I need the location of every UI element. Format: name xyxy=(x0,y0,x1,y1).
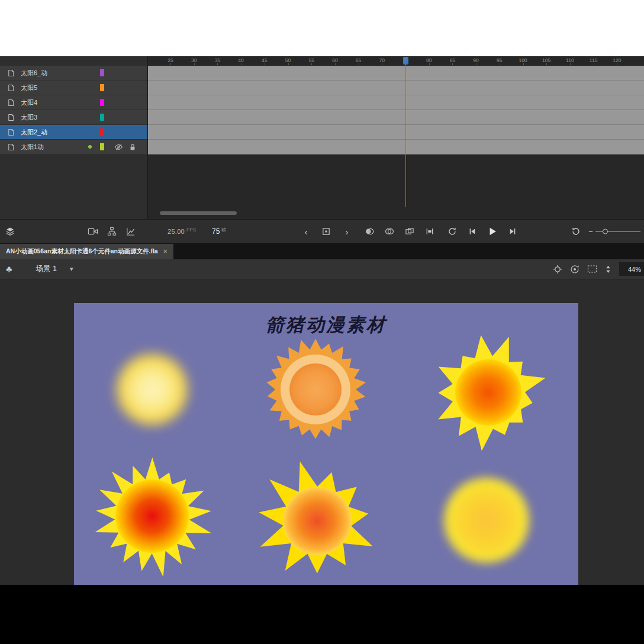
frame-row-太阳1动[interactable] xyxy=(148,140,644,154)
ruler-tick-mark xyxy=(311,63,312,65)
stage-title-text[interactable]: 箭猪动漫素材 xyxy=(74,313,578,337)
layers-stack-icon[interactable] xyxy=(5,227,15,236)
ruler-tick-mark xyxy=(452,63,453,65)
layer-row-太阳2_动[interactable]: 太阳2_动 xyxy=(0,125,147,140)
layer-hidden-eye-icon[interactable] xyxy=(114,143,123,152)
layer-row-太阳6_动[interactable]: 太阳6_动 xyxy=(0,66,147,80)
zoom-level-input[interactable]: 44% xyxy=(619,262,644,276)
playhead-line[interactable] xyxy=(405,57,406,207)
clip-content-icon[interactable] xyxy=(587,265,597,273)
rotation-tool-icon[interactable] xyxy=(570,265,579,274)
frame-row-太阳4[interactable] xyxy=(148,95,644,110)
layer-outline-color-swatch[interactable] xyxy=(100,143,104,150)
edit-multiple-frames-icon[interactable] xyxy=(405,227,414,236)
sun-big-triangle-spikes[interactable] xyxy=(259,462,373,574)
layer-row-太阳4[interactable]: 太阳4 xyxy=(0,95,147,110)
timeline-zoom-knob[interactable] xyxy=(603,229,608,234)
layer-outline-color-swatch[interactable] xyxy=(100,69,104,76)
ruler-tick-mark xyxy=(500,63,500,65)
hscrollbar-thumb[interactable] xyxy=(160,211,237,215)
ruler-tick-label: 45 xyxy=(262,57,267,63)
frame-rows[interactable] xyxy=(148,66,644,154)
layer-name[interactable]: 太阳1动 xyxy=(21,143,44,152)
layer-name[interactable]: 太阳3 xyxy=(21,113,37,122)
ruler-tick-mark xyxy=(594,63,594,65)
scene-dropdown-chevron[interactable]: ▾ xyxy=(70,265,73,273)
zoom-stepper-icon[interactable] xyxy=(605,265,611,274)
sun-soft-orange-glow[interactable] xyxy=(444,478,529,563)
frame-row-太阳2_动[interactable] xyxy=(148,125,644,140)
onion-skin-outlines-icon[interactable] xyxy=(385,227,394,236)
playhead-head[interactable] xyxy=(403,57,408,65)
loop-playback-icon[interactable] xyxy=(447,227,457,236)
frame-rate[interactable]: 25.00 FPS xyxy=(168,228,197,235)
center-stage-icon[interactable] xyxy=(553,265,562,274)
zoom-level-value: 44% xyxy=(628,266,641,273)
ruler-tick-label: 110 xyxy=(566,57,574,63)
stage-canvas[interactable]: 箭猪动漫素材 xyxy=(74,303,578,585)
ruler-tick-mark xyxy=(546,63,547,65)
frame-row-太阳3[interactable] xyxy=(148,110,644,125)
sun-core xyxy=(115,479,189,553)
empty-top-area xyxy=(0,0,644,56)
frame-row-太阳5[interactable] xyxy=(148,80,644,95)
ruler-tick-label: 40 xyxy=(238,57,243,63)
layer-parenting-icon[interactable] xyxy=(108,227,117,236)
play-button[interactable] xyxy=(488,227,498,237)
scene-breadcrumb[interactable]: 场景 1 xyxy=(36,264,57,274)
layer-outline-color-swatch[interactable] xyxy=(100,128,104,136)
onion-skin-icon[interactable] xyxy=(365,227,374,236)
document-tab[interactable]: AN小动画056an素材太阳卡通6个元件an动画源文件.fla × xyxy=(0,244,174,259)
layer-row-太阳5[interactable]: 太阳5 xyxy=(0,80,147,95)
layer-name[interactable]: 太阳5 xyxy=(21,83,37,92)
graph-editor-icon[interactable] xyxy=(127,227,136,236)
ruler-tick-label: 95 xyxy=(497,57,502,63)
sun-red-core-many-spikes[interactable] xyxy=(95,458,212,577)
ruler-tick-label: 80 xyxy=(426,57,432,63)
modify-markers-icon[interactable] xyxy=(426,227,434,236)
edit-bar-right-tools: 44% xyxy=(553,259,644,279)
layer-name[interactable]: 太阳6_动 xyxy=(21,69,47,78)
zoom-out-timeline-icon[interactable]: − xyxy=(588,228,593,236)
fps-value: 25.00 xyxy=(168,228,185,235)
step-back-one-icon[interactable]: ‹ xyxy=(305,227,308,236)
layer-panel: 太阳6_动太阳5太阳4太阳3太阳2_动太阳1动 xyxy=(0,56,148,219)
ruler-tick-label: 50 xyxy=(285,57,291,63)
timeline-ruler[interactable]: 2530354045505560657075808590951001051101… xyxy=(148,56,644,66)
step-forward-icon[interactable] xyxy=(508,227,517,236)
close-tab-icon[interactable]: × xyxy=(163,247,168,256)
layer-outline-color-swatch[interactable] xyxy=(100,99,104,106)
ruler-tick-label: 90 xyxy=(473,57,478,63)
layer-outline-color-swatch[interactable] xyxy=(100,84,104,91)
ruler-tick-mark xyxy=(194,63,195,65)
reset-timeline-zoom-icon[interactable] xyxy=(571,227,581,236)
step-back-icon[interactable] xyxy=(468,227,477,236)
sun-soft-yellow-glow[interactable] xyxy=(117,354,188,425)
sun-orange-wavy[interactable] xyxy=(267,339,366,439)
current-frame-value: 75 xyxy=(212,227,220,236)
ruler-tick-mark xyxy=(570,63,571,65)
stage-area: 箭猪动漫素材 xyxy=(0,279,644,585)
frame-row-太阳6_动[interactable] xyxy=(148,66,644,80)
layer-name[interactable]: 太阳2_动 xyxy=(21,128,47,137)
frame-area[interactable]: 2530354045505560657075808590951001051101… xyxy=(148,56,644,219)
layer-row-太阳1动[interactable]: 太阳1动 xyxy=(0,140,147,154)
empty-bottom-area xyxy=(0,585,644,644)
step-forward-one-icon[interactable]: › xyxy=(346,227,349,236)
layer-name[interactable]: 太阳4 xyxy=(21,98,37,107)
layer-lock-icon[interactable] xyxy=(129,143,136,151)
layer-type-icon xyxy=(7,114,17,121)
ruler-tick-mark xyxy=(429,63,430,65)
layer-row-太阳3[interactable]: 太阳3 xyxy=(0,110,147,125)
layer-list: 太阳6_动太阳5太阳4太阳3太阳2_动太阳1动 xyxy=(0,66,147,154)
camera-icon[interactable] xyxy=(88,227,98,236)
stop-at-frame-icon[interactable] xyxy=(322,227,331,236)
timeline-hscrollbar[interactable] xyxy=(148,211,644,215)
sun-yellow-spiky-orange-core[interactable] xyxy=(438,335,545,451)
sun-core xyxy=(117,354,188,425)
edit-bar: ♣ 场景 1 ▾ 44% xyxy=(0,259,644,279)
layer-outline-color-swatch[interactable] xyxy=(100,114,104,121)
layer-status-dot xyxy=(88,145,92,149)
sun-core xyxy=(283,487,352,555)
current-frame[interactable]: 75 帧 xyxy=(212,227,226,236)
